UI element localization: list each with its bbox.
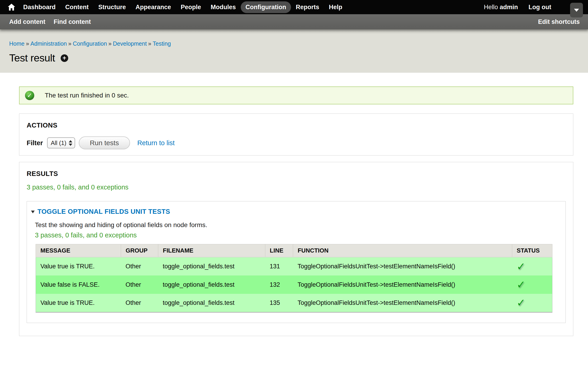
breadcrumb-link-home[interactable]: Home	[9, 40, 25, 47]
cell-group: Other	[121, 257, 158, 275]
shortcut-items: Add contentFind content	[9, 18, 91, 25]
cell-status: ✓	[512, 257, 552, 275]
results-summary: 3 passes, 0 fails, and 0 exceptions	[27, 184, 566, 191]
admin-menu-items: DashboardContentStructureAppearancePeopl…	[18, 1, 347, 13]
pass-check-icon: ✓	[517, 297, 526, 309]
cell-function: ToggleOptionalFieldsUnitTest->testElemen…	[293, 257, 512, 275]
breadcrumb: Home»Administration»Configuration»Develo…	[9, 40, 579, 47]
column-header-status: STATUS	[512, 244, 552, 257]
menu-item-content[interactable]: Content	[61, 1, 94, 13]
menu-item-help[interactable]: Help	[324, 1, 347, 13]
pass-check-icon: ✓	[517, 279, 526, 291]
results-table-body: Value true is TRUE.Othertoggle_optional_…	[36, 257, 552, 312]
cell-function: ToggleOptionalFieldsUnitTest->testElemen…	[293, 275, 512, 294]
actions-panel: ACTIONS Filter All (1) Run tests Return …	[19, 114, 573, 156]
cell-message: Value false is FALSE.	[36, 275, 121, 294]
menu-item-people[interactable]: People	[176, 1, 206, 13]
admin-menu-toggle-button[interactable]	[570, 3, 583, 17]
status-message-text: The test run finished in 0 sec.	[45, 92, 129, 99]
status-message: ✓ The test run finished in 0 sec.	[19, 86, 573, 104]
actions-heading: ACTIONS	[27, 122, 566, 129]
column-header-function: FUNCTION	[293, 244, 512, 257]
username: admin	[500, 4, 518, 10]
results-table-header-row: MESSAGEGROUPFILENAMELINEFUNCTIONSTATUS	[36, 244, 552, 257]
menu-item-modules[interactable]: Modules	[206, 1, 241, 13]
test-group-title-link[interactable]: TOGGLE OPTIONAL FIELDS UNIT TESTS	[37, 208, 170, 215]
collapse-arrow-icon	[31, 211, 35, 213]
breadcrumb-link-development[interactable]: Development	[113, 40, 147, 47]
column-header-message: MESSAGE	[36, 244, 121, 257]
cell-line: 132	[265, 275, 293, 294]
title-row: Test result +	[9, 52, 579, 64]
breadcrumb-separator: »	[67, 40, 73, 47]
page-title: Test result	[9, 52, 55, 64]
pass-check-icon: ✓	[517, 261, 526, 273]
logout-link[interactable]: Log out	[528, 4, 551, 11]
account-links: Hello admin Log out	[484, 4, 551, 11]
menu-item-configuration[interactable]: Configuration	[241, 1, 291, 13]
results-heading: RESULTS	[27, 170, 566, 177]
menu-item-reports[interactable]: Reports	[291, 1, 324, 13]
greeting-text: Hello admin	[484, 4, 518, 11]
add-shortcut-icon[interactable]: +	[61, 54, 68, 62]
column-header-line: LINE	[265, 244, 293, 257]
breadcrumb-link-testing[interactable]: Testing	[153, 40, 171, 47]
cell-group: Other	[121, 275, 158, 294]
test-group-fieldset: TOGGLE OPTIONAL FIELDS UNIT TESTS Test t…	[27, 201, 566, 323]
filter-select-value: All (1)	[51, 140, 66, 147]
result-row: Value false is FALSE.Othertoggle_optiona…	[36, 275, 552, 294]
cell-group: Other	[121, 294, 158, 312]
main-content: ✓ The test run finished in 0 sec. ACTION…	[0, 86, 588, 336]
menu-item-dashboard[interactable]: Dashboard	[18, 1, 61, 13]
cell-status: ✓	[512, 275, 552, 294]
results-table: MESSAGEGROUPFILENAMELINEFUNCTIONSTATUS V…	[36, 244, 552, 313]
breadcrumb-separator: »	[147, 40, 153, 47]
menu-item-structure[interactable]: Structure	[94, 1, 131, 13]
chevron-down-icon	[574, 9, 579, 12]
cell-line: 131	[265, 257, 293, 275]
status-ok-icon: ✓	[25, 91, 34, 100]
drupal-test-result-page: DashboardContentStructureAppearancePeopl…	[0, 0, 588, 367]
run-tests-button[interactable]: Run tests	[79, 136, 130, 149]
cell-line: 135	[265, 294, 293, 312]
cell-function: ToggleOptionalFieldsUnitTest->testElemen…	[293, 294, 512, 312]
select-arrows-icon	[69, 140, 72, 146]
breadcrumb-link-configuration[interactable]: Configuration	[73, 40, 107, 47]
cell-message: Value true is TRUE.	[36, 294, 121, 312]
shortcut-bar: Add contentFind content Edit shortcuts	[0, 14, 588, 29]
column-header-filename: FILENAME	[158, 244, 265, 257]
shortcut-link-add-content[interactable]: Add content	[9, 18, 45, 25]
cell-message: Value true is TRUE.	[36, 257, 121, 275]
test-group-legend: TOGGLE OPTIONAL FIELDS UNIT TESTS	[31, 208, 559, 215]
test-group-summary: 3 passes, 0 fails, and 0 exceptions	[35, 232, 559, 239]
admin-menu-bar: DashboardContentStructureAppearancePeopl…	[0, 0, 588, 14]
menu-item-appearance[interactable]: Appearance	[131, 1, 176, 13]
breadcrumb-separator: »	[25, 40, 31, 47]
home-icon[interactable]	[8, 4, 15, 10]
page-header: Home»Administration»Configuration»Develo…	[0, 29, 588, 73]
result-row: Value true is TRUE.Othertoggle_optional_…	[36, 257, 552, 275]
result-row: Value true is TRUE.Othertoggle_optional_…	[36, 294, 552, 312]
return-to-list-link[interactable]: Return to list	[137, 139, 175, 147]
cell-filename: toggle_optional_fields.test	[158, 294, 265, 312]
filter-select[interactable]: All (1)	[47, 137, 75, 148]
cell-filename: toggle_optional_fields.test	[158, 275, 265, 294]
column-header-group: GROUP	[121, 244, 158, 257]
filter-label: Filter	[27, 139, 43, 147]
shortcut-link-find-content[interactable]: Find content	[53, 18, 91, 25]
breadcrumb-separator: »	[107, 40, 113, 47]
cell-filename: toggle_optional_fields.test	[158, 257, 265, 275]
greeting-prefix: Hello	[484, 4, 500, 10]
test-group-description: Test the showing and hiding of optional …	[35, 221, 559, 229]
filter-row: Filter All (1) Run tests Return to list	[27, 136, 566, 149]
edit-shortcuts-link[interactable]: Edit shortcuts	[538, 18, 580, 25]
cell-status: ✓	[512, 294, 552, 312]
breadcrumb-link-administration[interactable]: Administration	[31, 40, 67, 47]
results-panel: RESULTS 3 passes, 0 fails, and 0 excepti…	[19, 162, 573, 336]
